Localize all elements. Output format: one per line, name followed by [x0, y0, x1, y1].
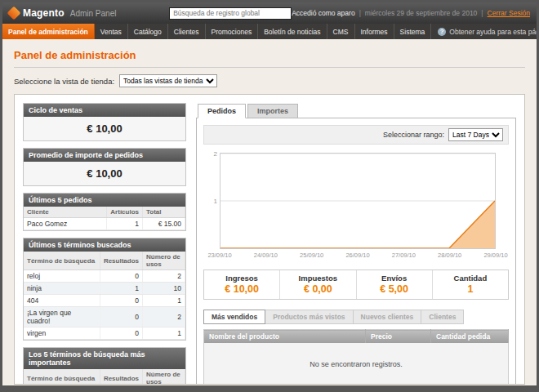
column-header: Resultados: [100, 252, 142, 270]
logged-in-text: Accedió como aparo: [292, 9, 355, 17]
table-row[interactable]: Paco Gomez1€ 15.00: [24, 218, 185, 230]
logo-subtitle: Admin Panel: [70, 9, 117, 18]
nav-item-sistema[interactable]: Sistema: [394, 24, 432, 39]
chart-x-label: 23/09/10: [207, 252, 231, 259]
page-title: Panel de administración: [14, 44, 525, 68]
magento-admin-window: Magento Admin Panel Accedió como aparo |…: [0, 0, 539, 392]
average-order-card: Promedio de importe de pedidos € 10,00: [23, 148, 186, 186]
session-info: Accedió como aparo | miércoles 29 de sep…: [292, 9, 530, 17]
card-title: Ciclo de ventas: [24, 104, 185, 117]
tab-importes[interactable]: Importes: [247, 104, 298, 118]
table-header-row: ClienteArtículosTotal: [24, 207, 185, 218]
main-nav: Panel de administración Ventas Catálogo …: [2, 24, 537, 39]
help-label: Obtener ayuda para esta página: [449, 28, 539, 36]
dashboard-left-column: Ciclo de ventas € 10,00 Promedio de impo…: [23, 103, 186, 376]
table-row[interactable]: ¡La virgen que cuadro!02: [24, 307, 185, 327]
top-header: Magento Admin Panel Accedió como aparo |…: [2, 2, 537, 24]
lifetime-sales-value: € 10,00: [24, 117, 185, 140]
global-search-input[interactable]: [169, 7, 292, 20]
last-orders-rows: Paco Gomez1€ 15.00: [24, 218, 185, 230]
chart-tabs: Pedidos Importes: [196, 103, 516, 118]
grid-tab-productos-mas-vistos[interactable]: Productos más vistos: [265, 310, 353, 324]
separator: |: [481, 9, 483, 17]
logout-link[interactable]: Cerrar Sesión: [488, 9, 530, 17]
nav-item-dashboard[interactable]: Panel de administración: [2, 24, 95, 39]
store-view-select[interactable]: Todas las vistas de tienda: [119, 74, 217, 87]
stat-envios: Envíos € 5,00: [356, 270, 432, 299]
nav-item-cms[interactable]: CMS: [327, 24, 355, 39]
lifetime-sales-card: Ciclo de ventas € 10,00: [23, 103, 186, 141]
range-select[interactable]: Last 7 Days: [448, 128, 503, 141]
dashboard-totals: Ingresos € 10,00 Impuestos € 0,00 Envíos…: [203, 270, 509, 300]
table-row[interactable]: ninja110: [24, 283, 185, 295]
table-header-row: Nombre del productoPrecioCantidad pedida: [204, 330, 509, 344]
stat-label: Cantidad: [434, 274, 506, 283]
column-header: Término de búsqueda: [24, 369, 100, 385]
last-orders-table: ClienteArtículosTotal Paco Gomez1€ 15.00: [24, 207, 185, 230]
chart-x-label: 25/09/10: [300, 252, 323, 259]
grid-tab-clientes[interactable]: Clientes: [421, 310, 464, 324]
help-icon: ?: [438, 28, 446, 36]
bestsellers-table: Nombre del productoPrecioCantidad pedida…: [203, 329, 509, 385]
range-selector-bar: Seleccionar rango: Last 7 Days: [203, 125, 509, 145]
chart-x-label: 29/09/10: [483, 252, 507, 259]
product-grid-tabs: Más vendidos Productos más vistos Nuevos…: [203, 310, 509, 324]
column-header: Total: [143, 207, 185, 218]
table-row[interactable]: 40401: [24, 295, 185, 307]
table-header-row: Término de búsquedaResultadosNúmero de u…: [24, 369, 185, 385]
nav-item-ventas[interactable]: Ventas: [95, 24, 128, 39]
empty-row: No se encontraron registros.: [204, 343, 509, 385]
column-header: Número de usos: [143, 252, 185, 270]
column-header: Cantidad pedida: [431, 330, 509, 344]
card-title: Últimos 5 pedidos: [24, 194, 185, 207]
stat-cantidad: Cantidad 1: [432, 270, 508, 299]
stat-label: Ingresos: [206, 274, 278, 283]
average-order-value: € 10,00: [24, 162, 185, 185]
stat-label: Envíos: [359, 274, 430, 283]
last-search-terms-card: Últimos 5 términos buscados Término de b…: [23, 238, 186, 341]
dashboard-right-column: Pedidos Importes Seleccionar rango: Last…: [196, 103, 516, 376]
column-header: Precio: [366, 330, 431, 344]
stat-ingresos: Ingresos € 10,00: [204, 270, 279, 299]
chart-tab-panel: Seleccionar rango: Last 7 Days 12 23/09/…: [196, 118, 516, 385]
stat-value: € 10,00: [206, 283, 278, 295]
last-search-terms-rows: reloj02ninja11040401¡La virgen que cuadr…: [24, 270, 185, 340]
column-header: Término de búsqueda: [24, 252, 100, 270]
chart-x-label: 26/09/10: [345, 252, 369, 259]
tab-pedidos[interactable]: Pedidos: [198, 104, 246, 118]
magento-logo[interactable]: Magento Admin Panel: [9, 7, 169, 19]
separator: |: [359, 9, 361, 17]
stat-label: Impuestos: [282, 274, 354, 283]
top-search-terms-card: Los 5 términos de búsqueda más important…: [23, 347, 186, 385]
orders-chart-svg: [220, 154, 495, 248]
nav-item-catalogo[interactable]: Catálogo: [128, 24, 168, 39]
chart-y-label: 1: [209, 198, 217, 205]
grid-tab-nuevos-clientes[interactable]: Nuevos clientes: [354, 310, 422, 324]
content-area: Panel de administración Seleccione la vi…: [2, 39, 537, 385]
column-header: Cliente: [24, 207, 107, 218]
table-row[interactable]: reloj02: [24, 270, 185, 283]
card-title: Últimos 5 términos buscados: [24, 238, 185, 252]
column-header: Número de usos: [143, 369, 185, 385]
nav-item-informes[interactable]: Informes: [355, 24, 394, 39]
chart-x-label: 24/09/10: [254, 252, 278, 259]
stat-impuestos: Impuestos € 0,00: [279, 270, 355, 299]
stat-value: € 0,00: [282, 283, 354, 295]
store-view-row: Seleccione la vista de tienda: Todas las…: [14, 68, 525, 94]
table-row[interactable]: virgen01: [24, 327, 185, 340]
nav-item-clientes[interactable]: Clientes: [168, 24, 206, 39]
nav-item-boletin[interactable]: Boletín de noticias: [258, 24, 327, 39]
page-help-link[interactable]: ? Obtener ayuda para esta página: [431, 24, 539, 39]
logo-text: Magento: [23, 7, 65, 19]
grid-tab-mas-vendidos[interactable]: Más vendidos: [203, 310, 265, 324]
card-title: Los 5 términos de búsqueda más important…: [24, 348, 185, 369]
column-header: Artículos: [107, 207, 143, 218]
orders-chart-plot: 12: [220, 153, 496, 249]
nav-item-promociones[interactable]: Promociones: [206, 24, 259, 39]
column-header: Nombre del producto: [204, 330, 366, 344]
stat-value: 1: [434, 283, 506, 295]
chart-x-label: 27/09/10: [392, 252, 416, 259]
magento-logo-icon: [7, 7, 21, 20]
chart-x-labels: 23/09/1024/09/1025/09/1026/09/1027/09/10…: [220, 252, 496, 261]
chart-y-label: 2: [209, 150, 217, 158]
